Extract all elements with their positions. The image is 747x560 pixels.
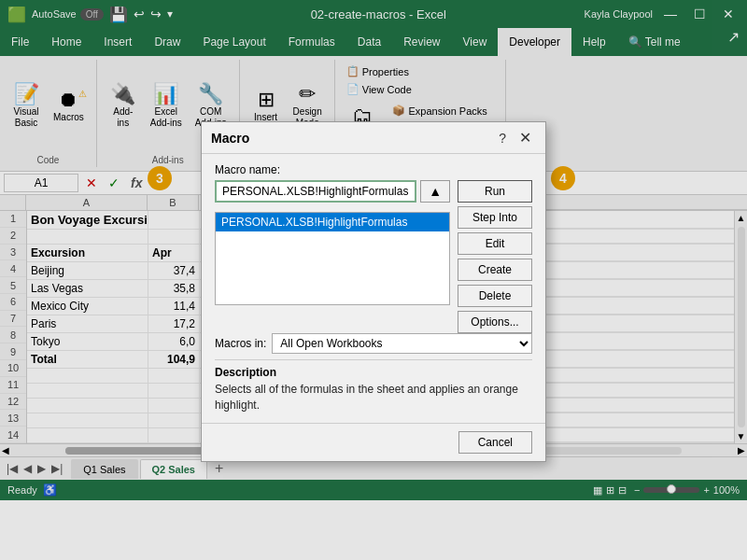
customize-qat[interactable]: ▾ [167, 7, 173, 21]
row-num-12[interactable]: 12 [0, 394, 26, 411]
row-num-11[interactable]: 11 [0, 377, 26, 394]
run-btn[interactable]: Run [458, 180, 532, 203]
col-header-A[interactable]: A [26, 195, 148, 210]
view-layout-btn[interactable]: ⊞ [606, 484, 614, 497]
cell-A5[interactable]: Las Vegas [27, 280, 148, 297]
row-num-1[interactable]: 1 [0, 211, 26, 228]
row-num-7[interactable]: 7 [0, 311, 26, 328]
options-btn[interactable]: Options... [458, 311, 532, 333]
cell-A9[interactable]: Total [27, 351, 148, 368]
cancel-btn[interactable]: Cancel [458, 431, 532, 454]
macro-name-input[interactable] [215, 180, 416, 203]
zoom-out-btn[interactable]: − [634, 484, 640, 496]
cell-B2[interactable] [148, 230, 200, 244]
tab-review[interactable]: Review [392, 28, 451, 56]
cell-A7[interactable]: Paris [27, 315, 148, 332]
view-normal-btn[interactable]: ▦ [593, 484, 602, 497]
cell-B11[interactable] [148, 384, 200, 398]
row-num-2[interactable]: 2 [0, 228, 26, 245]
row-num-5[interactable]: 5 [0, 277, 26, 294]
delete-btn[interactable]: Delete [458, 285, 532, 307]
row-num-6[interactable]: 6 [0, 294, 26, 311]
save-icon[interactable]: 💾 [109, 6, 128, 23]
cell-B6[interactable]: 11,4 [148, 298, 200, 315]
cell-A4[interactable]: Beijing [27, 262, 148, 279]
tab-formulas[interactable]: Formulas [277, 28, 346, 56]
sheet-tab-q1[interactable]: Q1 Sales [71, 459, 137, 479]
cell-A14[interactable] [27, 428, 148, 442]
macro-list-item[interactable]: PERSONAL.XLSB!HighlightFormulas [216, 213, 449, 231]
cell-B8[interactable]: 6,0 [148, 333, 200, 350]
tab-insert[interactable]: Insert [92, 28, 143, 56]
excel-addins-btn[interactable]: 📊 ExcelAdd-ins [146, 81, 187, 132]
cell-A12[interactable] [27, 399, 148, 413]
row-num-10[interactable]: 10 [0, 360, 26, 377]
cell-B12[interactable] [148, 399, 200, 413]
cell-B1[interactable] [148, 211, 200, 229]
cell-A1[interactable]: Bon Voyage Excursions [27, 211, 148, 229]
cell-A11[interactable] [27, 384, 148, 398]
cell-B3[interactable]: Apr [148, 245, 200, 261]
tab-file[interactable]: File [0, 28, 40, 56]
cell-B9[interactable]: 104,9 [148, 351, 200, 368]
modal-close-btn[interactable]: ✕ [514, 128, 536, 147]
zoom-thumb[interactable] [667, 484, 676, 494]
row-num-3[interactable]: 3 [0, 245, 26, 261]
tab-first-arrow[interactable]: |◀ [4, 460, 21, 477]
zoom-slider[interactable] [643, 487, 699, 493]
step-into-btn[interactable]: Step Into [458, 206, 532, 229]
macros-in-select[interactable]: All Open Workbooks This Workbook Persona… [272, 333, 532, 354]
tab-view[interactable]: View [452, 28, 499, 56]
maximize-btn[interactable]: ☐ [688, 5, 712, 23]
zoom-in-btn[interactable]: + [703, 484, 709, 496]
macro-list[interactable]: PERSONAL.XLSB!HighlightFormulas [215, 212, 450, 305]
sheet-tab-q2[interactable]: Q2 Sales [140, 459, 207, 479]
edit-btn[interactable]: Edit [458, 232, 532, 255]
tab-help[interactable]: Help [571, 28, 617, 56]
cell-B5[interactable]: 35,8 [148, 280, 200, 297]
modal-help-btn[interactable]: ? [494, 130, 511, 147]
col-header-B[interactable]: B [148, 195, 199, 210]
fx-btn[interactable]: fx [127, 175, 146, 190]
properties-btn[interactable]: 📋 Properties [343, 63, 499, 79]
cell-B7[interactable]: 17,2 [148, 315, 200, 332]
row-num-13[interactable]: 13 [0, 410, 26, 427]
view-code-btn[interactable]: 📄 View Code [343, 81, 499, 97]
tab-next-arrow[interactable]: ▶ [35, 460, 49, 477]
vertical-scrollbar[interactable]: ▲ ▼ [734, 211, 747, 443]
cell-B14[interactable] [148, 428, 200, 442]
ribbon-share-icon[interactable]: ↗ [720, 28, 747, 56]
tab-home[interactable]: Home [40, 28, 92, 56]
macros-btn[interactable]: ⏺ Macros ⚠ [49, 87, 89, 126]
confirm-formula-btn[interactable]: ✓ [105, 175, 123, 190]
tab-developer[interactable]: Developer [498, 28, 571, 56]
row-num-14[interactable]: 14 [0, 427, 26, 443]
tab-prev-arrow[interactable]: ◀ [21, 460, 35, 477]
row-num-8[interactable]: 8 [0, 327, 26, 343]
cell-B10[interactable] [148, 369, 200, 383]
macro-browse-btn[interactable]: ▲ [420, 180, 450, 203]
cell-A3[interactable]: Excursion [27, 245, 148, 261]
cell-A8[interactable]: Tokyo [27, 333, 148, 350]
undo-btn[interactable]: ↩ [134, 7, 145, 21]
cell-A6[interactable]: Mexico City [27, 298, 148, 315]
cell-A10[interactable] [27, 369, 148, 383]
autosave-toggle[interactable]: Off [80, 8, 104, 21]
tab-data[interactable]: Data [346, 28, 392, 56]
name-box[interactable] [4, 174, 78, 192]
cell-B13[interactable] [148, 413, 200, 427]
row-num-9[interactable]: 9 [0, 343, 26, 360]
insert-controls-btn[interactable]: ⊞ Insert [247, 87, 285, 126]
cell-B4[interactable]: 37,4 [148, 262, 200, 279]
create-btn[interactable]: Create [458, 259, 532, 281]
cell-A13[interactable] [27, 413, 148, 427]
cell-A2[interactable] [27, 230, 148, 244]
tab-draw[interactable]: Draw [143, 28, 191, 56]
tab-page-layout[interactable]: Page Layout [191, 28, 276, 56]
tab-last-arrow[interactable]: ▶| [49, 460, 65, 477]
close-btn[interactable]: ✕ [717, 5, 740, 23]
view-page-btn[interactable]: ⊟ [618, 484, 627, 497]
cancel-formula-btn[interactable]: ✕ [82, 175, 101, 190]
minimize-btn[interactable]: — [658, 5, 683, 23]
visual-basic-btn[interactable]: 📝 VisualBasic [7, 81, 45, 132]
